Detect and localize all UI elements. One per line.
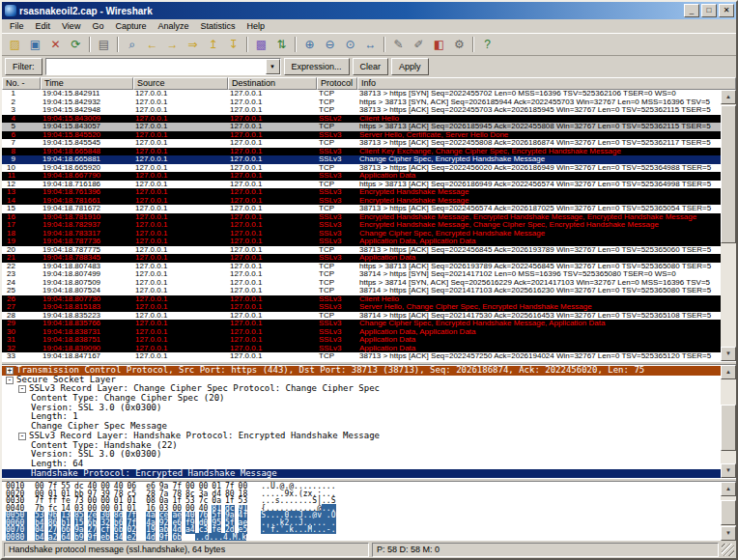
go-to-packet-icon[interactable]: ⇒: [184, 36, 202, 54]
packet-list-scroll-track[interactable]: [721, 104, 736, 347]
hex-row[interactable]: 0060b486b1156b32b67f4a92e6f9d0955fae....…: [6, 519, 721, 527]
zoom-100-icon[interactable]: ⊙: [341, 36, 359, 54]
packet-row[interactable]: 2219:04:18.807483127.0.0.1127.0.0.1TCPht…: [2, 263, 721, 271]
menu-statistics[interactable]: Statistics: [194, 20, 241, 32]
packet-row[interactable]: 719:04:15.845545127.0.0.1127.0.0.1TCP387…: [2, 139, 721, 148]
packet-row[interactable]: 2719:04:18.815183127.0.0.1127.0.0.1SSLv3…: [2, 303, 721, 312]
scroll-up-icon[interactable]: ▲: [721, 365, 736, 379]
resize-columns-icon[interactable]: ↔: [361, 36, 380, 54]
packet-row[interactable]: 119:04:15.842911127.0.0.1127.0.0.1TCP387…: [2, 90, 721, 98]
detail-line[interactable]: -SSLv3 Record Layer: Handshake Protocol:…: [2, 432, 721, 441]
capture-filters-icon[interactable]: ✎: [389, 36, 408, 54]
packet-row[interactable]: 2319:04:18.807499127.0.0.1127.0.0.1TCP38…: [2, 270, 721, 279]
menu-edit[interactable]: Edit: [30, 20, 57, 32]
find-packet-icon[interactable]: ⌕: [123, 36, 141, 54]
detail-line[interactable]: Version: SSL 3.0 (0x0300): [2, 404, 721, 413]
packet-row[interactable]: 319:04:15.842948127.0.0.1127.0.0.1TCP387…: [2, 106, 721, 115]
collapse-icon[interactable]: -: [6, 377, 14, 384]
menu-file[interactable]: File: [4, 20, 30, 32]
packet-row[interactable]: 619:04:15.845520127.0.0.1127.0.0.1SSLv3S…: [2, 131, 721, 140]
packet-row[interactable]: 819:04:18.665848127.0.0.1127.0.0.1SSLv3C…: [2, 148, 721, 156]
collapse-icon[interactable]: -: [18, 433, 26, 440]
menu-analyze[interactable]: Analyze: [152, 20, 194, 32]
collapse-icon[interactable]: -: [18, 385, 26, 393]
packet-row[interactable]: 2819:04:18.835223127.0.0.1127.0.0.1TCP38…: [2, 312, 721, 321]
menu-view[interactable]: View: [56, 20, 86, 32]
go-forward-icon[interactable]: →: [163, 36, 182, 54]
scroll-up-icon[interactable]: ▲: [721, 90, 736, 104]
detail-line[interactable]: +Transmission Control Protocol, Src Port…: [2, 366, 721, 376]
resize-grip[interactable]: [722, 544, 734, 556]
colorize-icon[interactable]: ▩: [252, 36, 270, 54]
packet-row[interactable]: 2419:04:18.807509127.0.0.1127.0.0.1TCPht…: [2, 279, 721, 288]
packet-row[interactable]: 519:04:15.843057127.0.0.1127.0.0.1TCPhtt…: [2, 123, 721, 131]
column-header-protocol[interactable]: Protocol: [317, 77, 357, 90]
detail-line[interactable]: Length: 1: [2, 412, 721, 422]
menu-capture[interactable]: Capture: [109, 20, 152, 32]
close-button[interactable]: ✕: [719, 4, 734, 17]
details-scroll-thumb[interactable]: [721, 405, 736, 451]
column-header-info[interactable]: Info: [357, 77, 736, 90]
detail-line[interactable]: Content Type: Handshake (22): [2, 441, 721, 451]
apply-button[interactable]: Apply: [391, 58, 429, 75]
packet-row[interactable]: 2519:04:18.807524127.0.0.1127.0.0.1TCP38…: [2, 287, 721, 295]
detail-line[interactable]: Version: SSL 3.0 (0x0300): [2, 450, 721, 460]
display-filters-icon[interactable]: ✐: [410, 36, 428, 54]
packet-row[interactable]: 2019:04:18.787775127.0.0.1127.0.0.1TCP38…: [2, 246, 721, 255]
go-top-icon[interactable]: ↥: [204, 36, 222, 54]
details-scroll-track[interactable]: [721, 379, 736, 463]
reload-icon[interactable]: ⟳: [67, 36, 85, 54]
packet-row[interactable]: 3119:04:18.838751127.0.0.1127.0.0.1SSLv3…: [2, 336, 721, 345]
column-header-destination[interactable]: Destination: [228, 77, 317, 90]
packet-row[interactable]: 2119:04:18.788345127.0.0.1127.0.0.1SSLv3…: [2, 254, 721, 263]
bytes-scrollbar[interactable]: ▲ ▼: [721, 482, 736, 541]
file-open-icon[interactable]: ▨: [6, 36, 24, 54]
maximize-button[interactable]: □: [701, 4, 717, 17]
packet-row[interactable]: 1519:04:18.781672127.0.0.1127.0.0.1TCP38…: [2, 205, 721, 213]
coloring-rules-icon[interactable]: ◧: [430, 36, 448, 54]
bytes-scroll-thumb[interactable]: [721, 500, 736, 525]
packet-row[interactable]: 1919:04:18.787736127.0.0.1127.0.0.1SSLv3…: [2, 238, 721, 246]
scroll-down-icon[interactable]: ▼: [721, 463, 736, 478]
autoscroll-icon[interactable]: ⇅: [272, 36, 291, 54]
detail-line[interactable]: Length: 64: [2, 460, 721, 469]
filter-button[interactable]: Filter:: [5, 58, 43, 75]
packet-row[interactable]: 1619:04:18.781910127.0.0.1127.0.0.1SSLv3…: [2, 213, 721, 222]
detail-line[interactable]: Handshake Protocol: Encrypted Handshake …: [2, 469, 721, 478]
file-save-icon[interactable]: ▣: [26, 36, 44, 54]
detail-line[interactable]: -Secure Socket Layer: [2, 376, 721, 385]
packet-row[interactable]: 1319:04:18.761396127.0.0.1127.0.0.1SSLv3…: [2, 188, 721, 197]
scroll-down-icon[interactable]: ▼: [721, 526, 736, 541]
help-icon[interactable]: ?: [478, 36, 497, 54]
hex-row[interactable]: 0010007f55dc40004006e69a7f0000017f00..U.…: [6, 483, 721, 490]
scroll-down-icon[interactable]: ▼: [721, 347, 736, 361]
file-close-icon[interactable]: ✕: [46, 36, 65, 54]
scroll-up-icon[interactable]: ▲: [721, 482, 736, 496]
column-header-source[interactable]: Source: [133, 77, 228, 90]
hex-row[interactable]: 0050539b13852e308d7f4aceae40765f9a4fS...…: [6, 512, 721, 519]
zoom-out-icon[interactable]: ⊖: [321, 36, 339, 54]
packet-row[interactable]: 1219:04:18.716186127.0.0.1127.0.0.1TCPht…: [2, 181, 721, 189]
packet-row[interactable]: 3019:04:18.838731127.0.0.1127.0.0.1SSLv3…: [2, 328, 721, 337]
details-scrollbar[interactable]: ▲ ▼: [721, 365, 736, 478]
filter-input[interactable]: [46, 59, 266, 74]
column-header-time[interactable]: Time: [41, 77, 133, 90]
expand-icon[interactable]: +: [6, 367, 14, 375]
packet-row[interactable]: 1419:04:18.781661127.0.0.1127.0.0.1SSLv3…: [2, 197, 721, 206]
packet-row[interactable]: 1719:04:18.782937127.0.0.1127.0.0.1SSLv3…: [2, 221, 721, 230]
packet-row[interactable]: 1819:04:18.783317127.0.0.1127.0.0.1SSLv3…: [2, 230, 721, 238]
expression-button[interactable]: Expression...: [284, 58, 350, 75]
detail-line[interactable]: Change Cipher Spec Message: [2, 422, 721, 432]
packet-row[interactable]: 2919:04:18.835766127.0.0.1127.0.0.1SSLv3…: [2, 320, 721, 328]
go-back-icon[interactable]: ←: [143, 36, 161, 54]
detail-line[interactable]: Content Type: Change Cipher Spec (20): [2, 394, 721, 404]
hex-row[interactable]: 0020000101bb973978c5287a788c3ad48018....…: [6, 490, 721, 498]
filter-dropdown-arrow[interactable]: ▼: [266, 59, 280, 74]
preferences-icon[interactable]: ⚙: [450, 36, 468, 54]
packet-row[interactable]: 3219:04:18.839090127.0.0.1127.0.0.1SSLv3…: [2, 345, 721, 353]
menu-go[interactable]: Go: [86, 20, 109, 32]
hex-row[interactable]: 0080b4a264b99feb34e24d9f6b..d...4.M.k: [6, 534, 721, 542]
title-bar[interactable]: rsasnakeoil2.cap - Wireshark _ □ ✕: [2, 2, 736, 19]
detail-line[interactable]: -SSLv3 Record Layer: Change Cipher Spec …: [2, 384, 721, 394]
packet-row[interactable]: 1019:04:18.665920127.0.0.1127.0.0.1TCP38…: [2, 164, 721, 173]
